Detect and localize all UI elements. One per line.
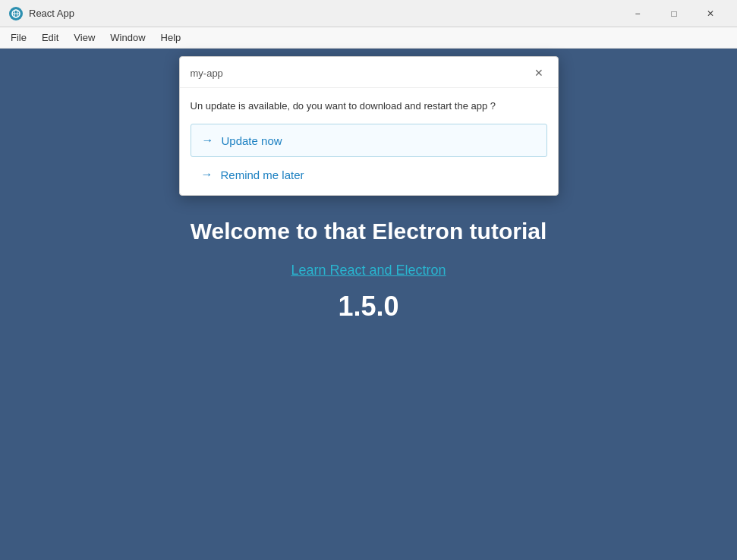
app-icon — [9, 7, 23, 20]
menu-file[interactable]: File — [3, 29, 34, 46]
menu-edit[interactable]: Edit — [34, 29, 66, 46]
update-arrow-icon: → — [202, 134, 214, 147]
remind-arrow-icon: → — [201, 168, 213, 181]
main-content: my-app ✕ Un update is available, do you … — [0, 49, 737, 560]
remind-later-label: Remind me later — [221, 168, 304, 181]
title-bar-left: React App — [9, 7, 74, 20]
menu-bar: File Edit View Window Help — [0, 27, 737, 49]
dialog-message: Un update is available, do you want to d… — [191, 100, 547, 112]
remind-later-button[interactable]: → Remind me later — [191, 165, 547, 184]
minimize-button[interactable]: − — [620, 2, 655, 25]
title-bar: React App − □ ✕ — [0, 0, 737, 27]
dialog-overlay: my-app ✕ Un update is available, do you … — [0, 49, 737, 560]
maximize-button[interactable]: □ — [657, 2, 691, 25]
dialog-title: my-app — [191, 68, 223, 79]
dialog-body: Un update is available, do you want to d… — [180, 88, 558, 195]
close-button[interactable]: ✕ — [693, 2, 728, 25]
menu-help[interactable]: Help — [153, 29, 189, 46]
dialog-header: my-app ✕ — [180, 57, 558, 88]
app-title: React App — [29, 8, 74, 19]
menu-view[interactable]: View — [66, 29, 102, 46]
dialog-close-button[interactable]: ✕ — [531, 64, 547, 81]
update-now-button[interactable]: → Update now — [191, 124, 547, 157]
menu-window[interactable]: Window — [102, 29, 153, 46]
update-now-label: Update now — [222, 134, 282, 147]
update-dialog: my-app ✕ Un update is available, do you … — [179, 56, 559, 196]
window-controls: − □ ✕ — [620, 2, 728, 25]
